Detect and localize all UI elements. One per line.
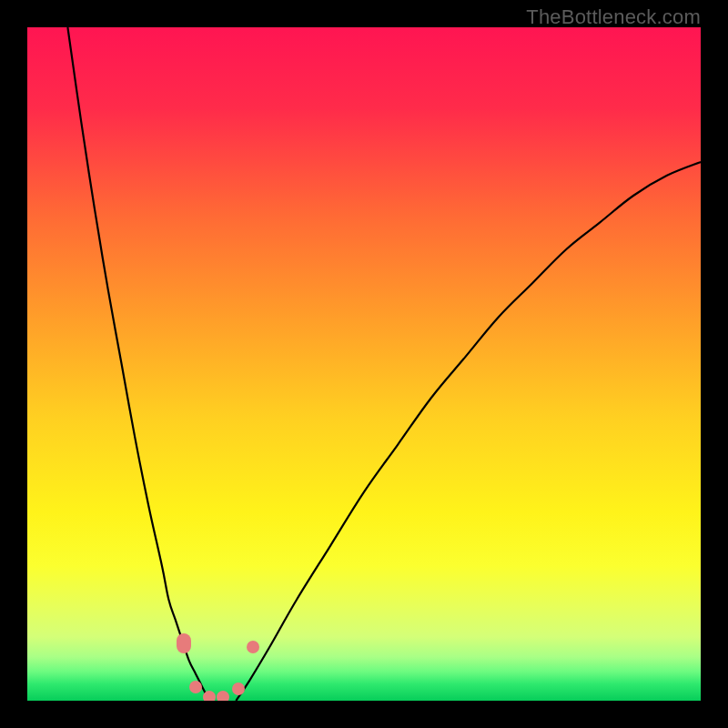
chart-frame: TheBottleneck.com bbox=[0, 0, 728, 728]
curve-left-branch bbox=[67, 27, 208, 701]
watermark-text: TheBottleneck.com bbox=[526, 5, 701, 29]
data-marker bbox=[247, 641, 259, 653]
curve-right-branch bbox=[236, 162, 701, 701]
data-marker bbox=[177, 633, 191, 653]
plot-area bbox=[27, 27, 701, 701]
data-marker bbox=[203, 691, 216, 701]
data-marker bbox=[217, 691, 229, 701]
data-marker bbox=[232, 682, 245, 695]
curve-layer bbox=[27, 27, 701, 701]
